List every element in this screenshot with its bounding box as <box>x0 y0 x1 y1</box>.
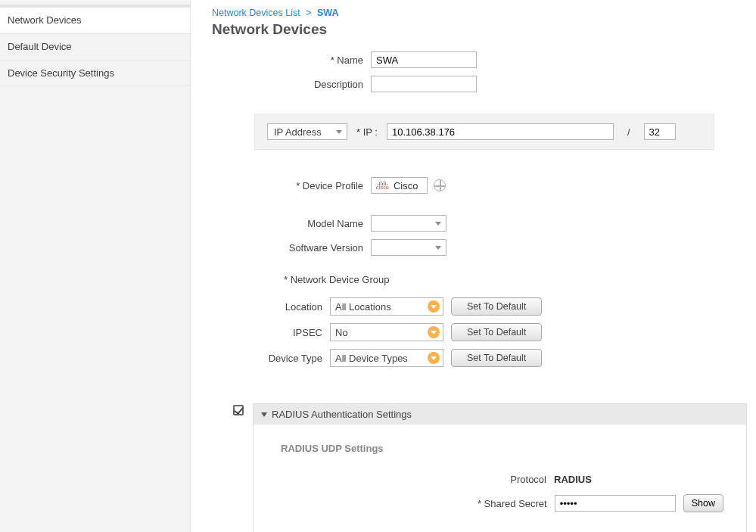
row-model-name: Model Name <box>212 215 747 232</box>
ip-mode-value: IP Address <box>274 126 322 138</box>
model-name-dropdown[interactable] <box>371 215 446 232</box>
radius-panel-body: RADIUS UDP Settings Protocol RADIUS * Sh… <box>254 425 746 532</box>
radius-panel: RADIUS Authentication Settings RADIUS UD… <box>253 403 747 532</box>
ipsec-value: No <box>335 327 348 338</box>
row-location: Location All Locations Set To Default <box>212 297 747 316</box>
device-type-dropdown[interactable]: All Device Types <box>330 349 443 367</box>
main-content: Network Devices List > SWA Network Devic… <box>191 0 756 532</box>
row-protocol: Protocol RADIUS <box>276 474 723 485</box>
location-dropdown[interactable]: All Locations <box>330 297 443 316</box>
radius-udp-subheading: RADIUS UDP Settings <box>281 443 723 454</box>
chevron-down-icon <box>428 352 440 364</box>
globe-icon[interactable] <box>434 179 446 191</box>
sidebar-item-label: Device Security Settings <box>8 67 114 79</box>
row-description: Description <box>212 76 747 92</box>
row-shared-secret: * Shared Secret Show <box>276 494 723 512</box>
row-device-type: Device Type All Device Types Set To Defa… <box>212 349 747 367</box>
radius-panel-title: RADIUS Authentication Settings <box>272 409 412 420</box>
description-label: Description <box>212 79 371 90</box>
device-profile-value: Cisco <box>394 180 418 191</box>
sidebar: Network Devices Default Device Device Se… <box>0 0 191 532</box>
location-label: Location <box>212 301 330 313</box>
row-name: Name <box>212 51 747 68</box>
device-profile-label: Device Profile <box>212 180 371 191</box>
description-input[interactable] <box>371 76 477 92</box>
ip-field-label: * IP : <box>356 126 378 138</box>
device-type-label: Device Type <box>212 353 330 364</box>
row-software-version: Software Version <box>212 239 747 256</box>
chevron-down-icon <box>428 300 440 313</box>
protocol-value: RADIUS <box>554 474 723 485</box>
protocol-label: Protocol <box>510 474 546 485</box>
breadcrumb-parent-link[interactable]: Network Devices List <box>212 8 300 18</box>
ipsec-dropdown[interactable]: No <box>330 323 443 341</box>
sidebar-item-network-devices[interactable]: Network Devices <box>0 8 190 33</box>
ip-mask-input[interactable] <box>644 123 676 140</box>
row-device-profile: Device Profile cisco Cisco <box>212 177 747 194</box>
show-secret-button[interactable]: Show <box>683 494 723 512</box>
radius-enable-checkbox[interactable] <box>233 405 244 415</box>
shared-secret-label: * Shared Secret <box>478 498 547 509</box>
breadcrumb: Network Devices List > SWA <box>212 8 747 18</box>
sidebar-item-device-security-settings[interactable]: Device Security Settings <box>0 60 190 86</box>
chevron-down-icon <box>336 130 342 134</box>
chevron-down-icon <box>428 326 440 338</box>
cisco-logo-icon: cisco <box>376 181 389 190</box>
sidebar-item-label: Default Device <box>8 41 72 52</box>
device-type-set-default-button[interactable]: Set To Default <box>451 349 542 367</box>
row-ipsec: IPSEC No Set To Default <box>212 323 747 341</box>
location-value: All Locations <box>335 301 391 313</box>
software-version-label: Software Version <box>212 242 371 254</box>
ipsec-label: IPSEC <box>212 327 330 338</box>
shared-secret-input[interactable] <box>555 495 676 512</box>
ip-mode-dropdown[interactable]: IP Address <box>267 123 347 140</box>
chevron-down-icon <box>435 246 441 250</box>
page-title: Network Devices <box>212 21 747 38</box>
location-set-default-button[interactable]: Set To Default <box>451 297 542 316</box>
breadcrumb-current: SWA <box>317 8 338 18</box>
collapse-triangle-icon <box>261 412 267 417</box>
ip-mask-separator: / <box>627 126 630 138</box>
ip-address-panel: IP Address * IP : / <box>254 114 714 150</box>
device-profile-dropdown[interactable]: cisco Cisco <box>371 177 428 194</box>
ipsec-set-default-button[interactable]: Set To Default <box>451 323 542 341</box>
name-label: Name <box>212 54 371 66</box>
device-type-value: All Device Types <box>335 353 408 364</box>
radius-panel-header[interactable]: RADIUS Authentication Settings <box>254 404 746 425</box>
ip-input[interactable] <box>387 123 614 140</box>
sidebar-item-label: Network Devices <box>8 14 82 26</box>
chevron-down-icon <box>435 222 441 226</box>
software-version-dropdown[interactable] <box>371 239 446 256</box>
name-input[interactable] <box>371 51 477 68</box>
radius-section: RADIUS Authentication Settings RADIUS UD… <box>212 403 747 532</box>
sidebar-item-default-device[interactable]: Default Device <box>0 33 190 60</box>
breadcrumb-separator: > <box>306 8 311 18</box>
model-name-label: Model Name <box>212 218 371 229</box>
network-device-group-label: * Network Device Group <box>284 274 747 285</box>
